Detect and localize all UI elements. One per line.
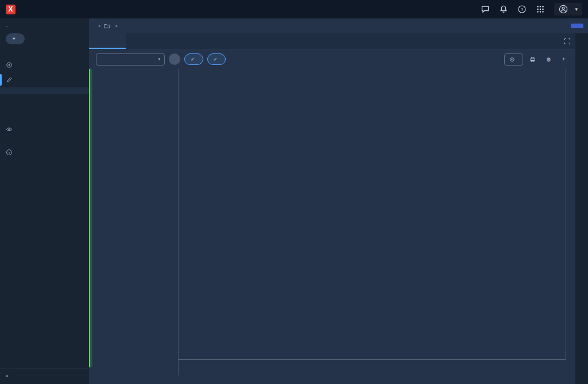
- inject-filter-chip[interactable]: ✓: [207, 53, 226, 65]
- check-icon: ✓: [191, 57, 195, 62]
- app-window: X ? ▾ ← +: [0, 0, 588, 384]
- edit-button[interactable]: [571, 24, 583, 28]
- plus-icon: +: [13, 36, 16, 41]
- sidebar-item-map[interactable]: [0, 94, 89, 101]
- left-sidebar: ← +: [0, 18, 89, 384]
- sidebar-item-resources[interactable]: [0, 108, 89, 115]
- exercise-mode-label: [0, 53, 89, 57]
- back-to-operational-link[interactable]: ←: [0, 18, 89, 29]
- sidebar-item-evaluate[interactable]: [0, 122, 89, 137]
- set-at-current-time-button[interactable]: ◎: [504, 53, 523, 66]
- avatar-icon: [559, 5, 568, 14]
- tab-timeline[interactable]: [89, 33, 126, 49]
- sidebar-item-mse[interactable]: [0, 101, 89, 108]
- sidebar-item-objective-mse-allocation[interactable]: [0, 115, 89, 122]
- eye-icon: [6, 126, 13, 133]
- right-rail: [575, 33, 588, 384]
- create-button-sidebar[interactable]: +: [6, 33, 25, 44]
- date-row: [179, 368, 566, 376]
- svg-text:?: ?: [521, 7, 523, 12]
- crosshair-icon: ◎: [510, 56, 514, 62]
- timeline-rows: [89, 69, 566, 359]
- printer-icon: [529, 56, 536, 63]
- phase-filter-chip[interactable]: ✓: [184, 53, 203, 65]
- pencil-icon: [6, 76, 13, 83]
- check-icon: ✓: [214, 57, 218, 62]
- apps-grid-icon[interactable]: [536, 5, 545, 14]
- create-button-toolbar[interactable]: +: [560, 56, 570, 62]
- plus-icon: +: [562, 56, 565, 62]
- breadcrumb-separator-icon: ▸: [99, 24, 101, 28]
- tab-bar: [89, 33, 575, 49]
- target-icon: [6, 62, 13, 68]
- collapse-icon: «: [6, 374, 8, 379]
- sidebar-item-timeline[interactable]: [0, 87, 89, 94]
- exonaut-logo-icon: X: [6, 5, 16, 14]
- current-time-line: [89, 69, 90, 367]
- breadcrumb: ▸ ▸: [89, 18, 588, 33]
- collapse-sidebar-button[interactable]: «: [0, 368, 89, 384]
- breadcrumb-separator-icon: ▸: [116, 24, 118, 28]
- sidebar-item-plan[interactable]: [0, 72, 89, 87]
- fullscreen-icon: [564, 38, 571, 45]
- settings-button[interactable]: ⚙: [544, 56, 556, 63]
- bell-icon[interactable]: [499, 5, 508, 14]
- user-menu[interactable]: ▾: [554, 3, 582, 16]
- top-bar: X ? ▾: [0, 0, 588, 18]
- timeline-chart: [89, 69, 575, 384]
- help-icon[interactable]: ?: [517, 5, 527, 14]
- supporting-modules-label: [0, 137, 89, 145]
- chevron-down-icon: ▾: [575, 6, 578, 12]
- sidebar-item-information-sets[interactable]: [0, 145, 89, 160]
- print-button[interactable]: [527, 56, 540, 63]
- chat-icon[interactable]: [481, 5, 490, 14]
- folder-icon: [104, 23, 110, 29]
- back-arrow-icon: ←: [6, 24, 10, 28]
- caret-down-icon: ▾: [158, 57, 160, 62]
- scenario-chip[interactable]: [169, 53, 180, 65]
- info-icon: [6, 149, 13, 156]
- timeline-toolbar: ▾ ✓ ✓ ◎ ⚙ +: [89, 49, 575, 69]
- gear-icon: ⚙: [547, 56, 552, 63]
- fit-to-screen-button[interactable]: [559, 33, 575, 49]
- exercise-name: [0, 48, 89, 53]
- time-axis: [178, 359, 566, 375]
- sidebar-item-direct[interactable]: [0, 57, 89, 72]
- grouping-select[interactable]: ▾: [96, 53, 165, 66]
